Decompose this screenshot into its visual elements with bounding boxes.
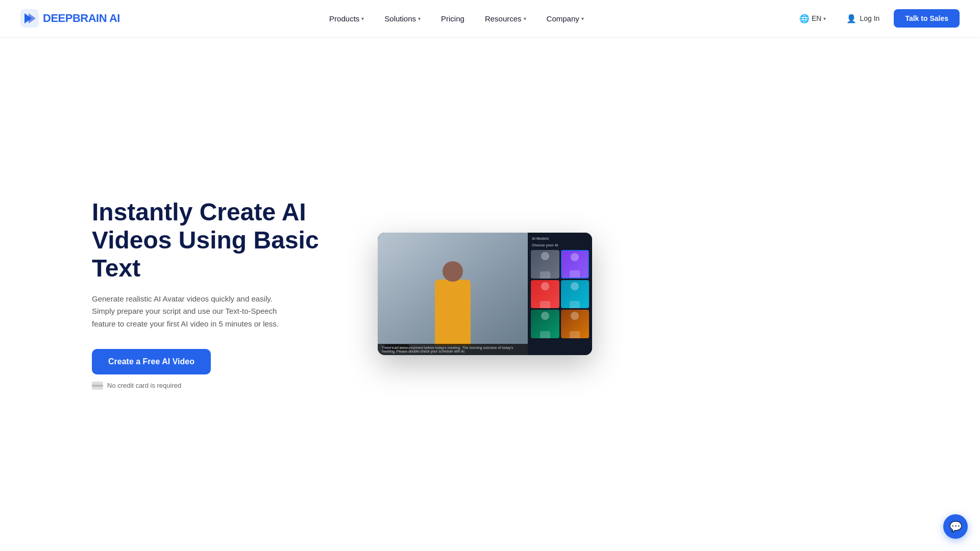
avatar-body [540, 331, 550, 338]
logo-text: DEEPBRAIN AI [43, 12, 120, 25]
hero-content: Instantly Create AI Videos Using Basic T… [92, 198, 337, 390]
chevron-down-icon: ▾ [361, 16, 364, 21]
avatar-face [541, 282, 549, 290]
nav-right: 🌐 EN ▾ 👤 Log In Talk to Sales [793, 9, 960, 28]
no-credit-notice: No credit card is required [92, 382, 337, 390]
chevron-down-icon: ▾ [823, 16, 826, 21]
avatar-body [570, 270, 580, 278]
user-icon: 👤 [846, 14, 856, 23]
nav-solutions[interactable]: Solutions ▾ [375, 10, 430, 27]
avatar-body [540, 301, 550, 308]
person-head [443, 261, 463, 282]
panel-title: AI Models [531, 237, 589, 240]
avatar-body [540, 271, 550, 279]
person-silhouette [411, 261, 494, 355]
avatar-face [541, 312, 549, 320]
avatar-face [571, 312, 579, 320]
avatar-face [541, 252, 549, 260]
nav-company[interactable]: Company ▾ [537, 10, 593, 27]
credit-card-icon [92, 382, 103, 390]
logo[interactable]: DEEPBRAIN AI [20, 9, 120, 28]
subtitle-strip: There's an announcement before today's m… [378, 344, 528, 355]
ai-models-panel: AI Models Choose your AI [528, 233, 592, 355]
avatar-thumb-4[interactable] [561, 280, 590, 309]
chevron-down-icon: ▾ [418, 16, 421, 21]
avatar-body [570, 331, 580, 338]
globe-icon: 🌐 [799, 14, 810, 23]
navbar: DEEPBRAIN AI Products ▾ Solutions ▾ Pric… [0, 0, 980, 37]
hero-title: Instantly Create AI Videos Using Basic T… [92, 198, 337, 283]
chat-support-button[interactable]: 💬 [943, 514, 968, 539]
avatar-body [570, 301, 580, 308]
logo-icon [20, 9, 39, 28]
nav-products[interactable]: Products ▾ [320, 10, 373, 27]
panel-subtitle: Choose your AI [531, 243, 589, 247]
chevron-down-icon: ▾ [581, 16, 584, 21]
hero-description: Generate realistic AI Avatar videos quic… [92, 293, 296, 331]
language-selector[interactable]: 🌐 EN ▾ [793, 11, 832, 27]
nav-resources[interactable]: Resources ▾ [476, 10, 535, 27]
avatar-thumb-2[interactable] [561, 250, 590, 279]
hero-preview-area: AI Paris AI Models Choose your AI [378, 233, 592, 355]
hero-video-preview: AI Paris AI Models Choose your AI [378, 233, 592, 355]
talk-to-sales-button[interactable]: Talk to Sales [894, 9, 960, 28]
chevron-down-icon: ▾ [524, 16, 526, 21]
avatar-face [571, 253, 579, 261]
nav-center: Products ▾ Solutions ▾ Pricing Resources… [320, 10, 593, 27]
person-body [435, 280, 471, 346]
avatar-thumb-1[interactable] [531, 250, 559, 279]
avatar-thumb-5[interactable] [531, 310, 559, 338]
avatar-figure [378, 251, 528, 355]
hero-section: Instantly Create AI Videos Using Basic T… [0, 37, 980, 551]
chat-icon: 💬 [949, 520, 962, 533]
avatar-thumb-6[interactable] [561, 310, 590, 338]
avatar-face [571, 282, 579, 290]
preview-main-video: AI Paris [378, 233, 528, 355]
avatar-thumb-3[interactable] [531, 280, 559, 309]
nav-pricing[interactable]: Pricing [432, 10, 474, 27]
create-video-button[interactable]: Create a Free AI Video [92, 349, 211, 374]
login-button[interactable]: 👤 Log In [838, 10, 888, 28]
avatar-grid [531, 250, 589, 338]
